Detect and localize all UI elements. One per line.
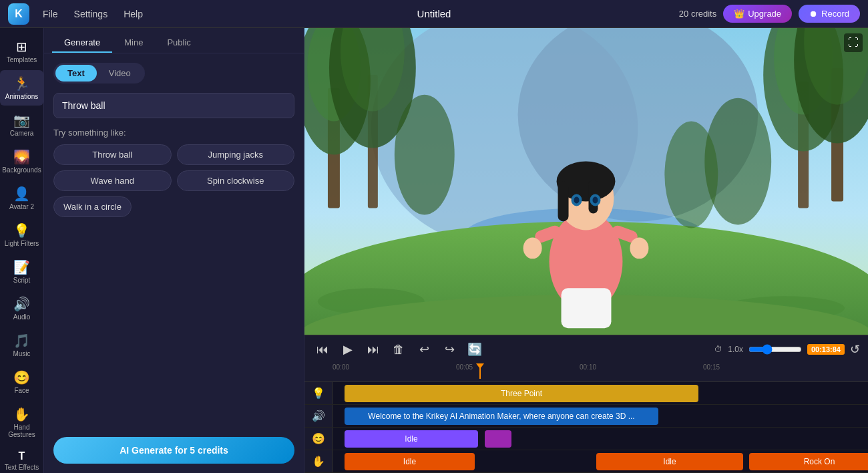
timeline: 00:00 00:05 00:10 00:15 💡 — [304, 363, 868, 473]
sidebar-label-face: Face — [14, 387, 29, 394]
credits-button[interactable]: 20 credits — [679, 9, 716, 19]
panel-content: Text Video Try something like: Throw bal… — [44, 53, 304, 428]
suggestion-spin-clockwise[interactable]: Spin clockwise — [177, 170, 295, 191]
panel-footer: AI Generate for 5 credits — [44, 428, 304, 473]
text-effects-icon: T — [19, 450, 25, 462]
navbar: K File Settings Help Untitled 20 credits… — [0, 0, 868, 28]
sidebar-label-audio: Audio — [13, 313, 31, 321]
clip-hand-idle2[interactable]: Idle — [596, 453, 743, 470]
track-content-hand: Idle Idle Rock On — [333, 450, 868, 472]
sidebar-label-backgrounds: Backgrounds — [2, 166, 41, 174]
speed-control: ⏱ 1.0x 00:13:84 ↺ — [714, 342, 860, 357]
sidebar-item-animations[interactable]: 🏃 Animations — [0, 70, 43, 106]
ruler-mark-15: 00:15 — [703, 363, 720, 371]
upgrade-button[interactable]: 👑 Upgrade — [723, 5, 792, 23]
sidebar-label-camera: Camera — [10, 130, 34, 137]
clip-hand-rock-on[interactable]: Rock On — [749, 453, 868, 470]
sidebar-item-text-effects[interactable]: T Text Effects — [0, 445, 43, 473]
svg-point-31 — [574, 196, 580, 203]
toggle-video[interactable]: Video — [97, 65, 143, 82]
menu-settings[interactable]: Settings — [74, 9, 108, 19]
redo-button[interactable]: ↪ — [439, 339, 459, 359]
track-icon-light: 💡 — [304, 382, 333, 404]
track-icon-audio: 🔊 — [304, 405, 333, 427]
sidebar-item-avatar[interactable]: 👤 Avatar 2 — [0, 180, 43, 216]
fullscreen-button[interactable]: ⛶ — [844, 33, 863, 52]
clip-hand-idle1[interactable]: Idle — [345, 453, 475, 470]
backgrounds-icon: 🌄 — [13, 149, 30, 165]
tab-generate[interactable]: Generate — [52, 33, 112, 53]
sidebar-item-templates[interactable]: ⊞ Templates — [0, 33, 43, 69]
navbar-right: 20 credits 👑 Upgrade ⏺ Record — [679, 5, 860, 23]
delete-button[interactable]: 🗑 — [389, 339, 409, 359]
sidebar: ⊞ Templates 🏃 Animations 📷 Camera 🌄 Back… — [0, 28, 44, 473]
undo-button[interactable]: ↩ — [414, 339, 434, 359]
toggle-text[interactable]: Text — [55, 65, 97, 82]
animations-icon: 🏃 — [13, 75, 30, 92]
tab-mine[interactable]: Mine — [112, 33, 155, 53]
sidebar-item-camera[interactable]: 📷 Camera — [0, 107, 43, 142]
speed-slider[interactable] — [748, 344, 802, 355]
sidebar-label-animations: Animations — [5, 93, 38, 100]
track-content-face: Idle — [333, 428, 868, 450]
sidebar-label-music: Music — [13, 350, 30, 357]
text-video-toggle: Text Video — [53, 63, 145, 84]
skip-end-button[interactable]: ⏭ — [363, 339, 383, 359]
clip-audio-welcome[interactable]: Welcome to the Krikey AI Animation Maker… — [345, 408, 658, 425]
menu-file[interactable]: File — [43, 9, 58, 19]
sidebar-item-hand-gestures[interactable]: ✋ Hand Gestures — [0, 401, 43, 444]
main-area: ⊞ Templates 🏃 Animations 📷 Camera 🌄 Back… — [0, 28, 868, 473]
record-button[interactable]: ⏺ Record — [799, 5, 860, 23]
sidebar-item-backgrounds[interactable]: 🌄 Backgrounds — [0, 144, 43, 179]
record-icon: ⏺ — [809, 9, 818, 19]
script-icon: 📝 — [13, 259, 30, 275]
timeline-tracks: 💡 Three Point 🔊 Welcome to the Krikey AI… — [304, 382, 868, 473]
track-row-face: 😊 Idle — [304, 428, 868, 450]
tab-public[interactable]: Public — [155, 33, 202, 53]
svg-rect-24 — [562, 288, 612, 328]
clip-face-idle[interactable]: Idle — [345, 430, 478, 448]
track-row-audio: 🔊 Welcome to the Krikey AI Animation Mak… — [304, 405, 868, 428]
sidebar-item-face[interactable]: 😊 Face — [0, 364, 43, 400]
avatar-icon: 👤 — [13, 186, 30, 202]
animation-search-input[interactable] — [53, 93, 294, 118]
viewport-area: ⛶ ⏮ ▶ ⏭ 🗑 ↩ ↪ 🔄 ⏱ 1.0x 00:13:84 ↺ 00 — [304, 28, 868, 473]
face-icon: 😊 — [13, 369, 30, 385]
skip-start-button[interactable]: ⏮ — [312, 339, 333, 359]
camera-icon: 📷 — [13, 112, 30, 128]
menu-help[interactable]: Help — [124, 9, 143, 19]
try-label: Try something like: — [53, 128, 294, 138]
track-content-light: Three Point — [333, 382, 868, 404]
sidebar-label-templates: Templates — [7, 56, 37, 63]
speed-clock-icon: ⏱ — [714, 345, 722, 354]
suggestion-throw-ball[interactable]: Throw ball — [53, 144, 172, 165]
reset-button[interactable]: ↺ — [850, 342, 860, 357]
project-title: Untitled — [417, 8, 451, 19]
timeline-ruler: 00:00 00:05 00:10 00:15 — [304, 363, 868, 382]
ruler-mark-5: 00:05 — [456, 363, 473, 371]
timeline-controls: ⏮ ▶ ⏭ 🗑 ↩ ↪ 🔄 ⏱ 1.0x 00:13:84 ↺ — [304, 335, 868, 363]
play-button[interactable]: ▶ — [338, 339, 358, 359]
ruler-mark-0: 00:00 — [333, 363, 349, 371]
svg-point-35 — [523, 237, 542, 259]
suggestion-wave-hand[interactable]: Wave hand — [53, 170, 172, 191]
clip-three-point[interactable]: Three Point — [345, 385, 698, 402]
sidebar-item-light-filters[interactable]: 💡 Light Filters — [0, 217, 43, 253]
svg-point-17 — [395, 95, 455, 215]
clip-face-idle2[interactable] — [485, 430, 511, 448]
sidebar-label-text-effects: Text Effects — [5, 464, 39, 471]
scene-svg — [304, 28, 868, 335]
loop-button[interactable]: 🔄 — [465, 339, 485, 359]
svg-point-32 — [592, 196, 598, 203]
app-logo[interactable]: K — [8, 3, 29, 25]
svg-rect-27 — [558, 182, 569, 222]
track-icon-face: 😊 — [304, 428, 333, 450]
suggestion-jumping-jacks[interactable]: Jumping jacks — [177, 144, 295, 165]
ai-generate-button[interactable]: AI Generate for 5 credits — [53, 437, 294, 464]
sidebar-item-script[interactable]: 📝 Script — [0, 254, 43, 289]
suggestion-walk-circle[interactable]: Walk in a circle — [53, 196, 132, 217]
playhead — [479, 363, 481, 379]
sidebar-item-audio[interactable]: 🔊 Audio — [0, 291, 43, 326]
sidebar-item-music[interactable]: 🎵 Music — [0, 327, 43, 363]
crown-icon: 👑 — [734, 9, 744, 19]
